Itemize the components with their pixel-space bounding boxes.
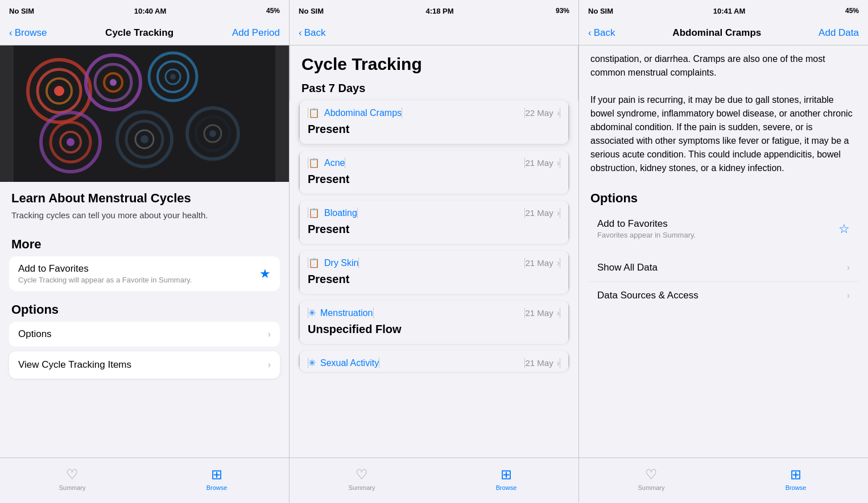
tracking-card-sexual-activity[interactable]: ✳ Sexual Activity 21 May › xyxy=(299,351,569,372)
tracking-date-dry-skin: 21 May › xyxy=(524,258,560,268)
grid-icon-2: ⊞ xyxy=(501,467,512,483)
options-section-3: Options xyxy=(579,182,868,210)
status-right-1: 45% xyxy=(266,7,280,15)
svg-point-4 xyxy=(54,86,64,96)
status-bar-2: No SIM 4:18 PM 93% xyxy=(290,0,578,20)
tracking-value-bloating: Present xyxy=(299,222,569,244)
options-list-3: Add to Favorites Favorites appear in Sum… xyxy=(588,210,859,247)
scroll-area-3: constipation, or diarrhea. Cramps are al… xyxy=(579,45,868,458)
tab-browse-2[interactable]: ⊞ Browse xyxy=(434,458,578,494)
scroll-area-1: Learn About Menstrual Cycles Tracking cy… xyxy=(0,45,289,458)
tracking-card-dry-skin[interactable]: 📋 Dry Skin 21 May › Present xyxy=(299,251,569,294)
date-text-acne: 21 May xyxy=(525,158,553,168)
tracking-card-acne[interactable]: 📋 Acne 21 May › Present xyxy=(299,151,569,194)
status-time-2: 4:18 PM xyxy=(425,7,453,15)
add-data-button[interactable]: Add Data xyxy=(819,27,859,39)
tab-browse-1[interactable]: ⊞ Browse xyxy=(144,458,289,494)
nav-bar-2: ‹ Back xyxy=(290,20,578,45)
date-text-dry-skin: 21 May xyxy=(525,258,553,268)
tab-browse-3[interactable]: ⊞ Browse xyxy=(724,458,868,494)
nav-bar-3: ‹ Back Abdominal Cramps Add Data xyxy=(579,20,868,45)
hero-image-1 xyxy=(0,45,289,182)
status-right-3: 45% xyxy=(845,7,859,15)
show-all-data-item[interactable]: Show All Data › xyxy=(588,254,859,282)
more-list-card: Add to Favorites Cycle Tracking will app… xyxy=(9,256,280,291)
more-section-header: More xyxy=(0,226,289,256)
add-favorites-item[interactable]: Add to Favorites Cycle Tracking will app… xyxy=(9,256,280,291)
options-chevron-icon: › xyxy=(268,329,271,339)
back-chevron-3: ‹ xyxy=(588,27,592,39)
star-filled-icon: ★ xyxy=(259,267,271,281)
tracking-card-bloating[interactable]: 📋 Bloating 21 May › Present xyxy=(299,201,569,244)
tab-summary-3[interactable]: ♡ Summary xyxy=(579,458,724,494)
description-text-2: If your pain is recurring, it may be due… xyxy=(579,86,868,182)
back-chevron-2: ‹ xyxy=(299,27,302,39)
svg-point-24 xyxy=(209,130,216,137)
tracking-card-menstruation[interactable]: ✳ Menstruation 21 May › Unspecified Flow xyxy=(299,301,569,344)
add-favorites-option[interactable]: Add to Favorites Favorites appear in Sum… xyxy=(588,210,859,247)
add-favorites-content-3: Add to Favorites Favorites appear in Sum… xyxy=(597,218,696,239)
tracking-value-menstruation: Unspecified Flow xyxy=(299,322,569,344)
clipboard-icon-abdominal: 📋 xyxy=(308,107,320,118)
status-no-sim-3: No SIM xyxy=(588,7,613,15)
back-button-3[interactable]: ‹ Back xyxy=(588,27,615,39)
heart-icon-3: ♡ xyxy=(645,467,658,483)
show-all-data-text: Show All Data xyxy=(597,262,658,273)
options-label: Options xyxy=(18,329,52,340)
status-no-sim-2: No SIM xyxy=(299,7,324,15)
panel-abdominal-cramps: No SIM 10:41 AM 45% ‹ Back Abdominal Cra… xyxy=(579,0,868,503)
options-section-header: Options xyxy=(0,291,289,322)
tracking-name-abdominal: 📋 Abdominal Cramps xyxy=(308,107,402,118)
data-sources-item[interactable]: Data Sources & Access › xyxy=(588,282,859,309)
scroll-area-2: Cycle Tracking Past 7 Days 📋 Abdominal C… xyxy=(290,45,578,458)
tracking-date-acne: 21 May › xyxy=(524,158,560,168)
tab-browse-label-3: Browse xyxy=(786,484,807,491)
tracking-date-menstruation: 21 May › xyxy=(524,308,560,318)
tracking-name-text-menstruation: Menstruation xyxy=(320,308,373,318)
tracking-name-sexual: ✳ Sexual Activity xyxy=(308,357,379,368)
chevron-abdominal-icon: › xyxy=(557,108,560,118)
tracking-card-abdominal[interactable]: 📋 Abdominal Cramps 22 May › Present xyxy=(299,101,569,144)
svg-point-8 xyxy=(110,79,117,86)
back-label-1: Browse xyxy=(15,27,47,39)
tab-summary-label-3: Summary xyxy=(638,484,664,491)
options-item[interactable]: Options › xyxy=(9,322,280,347)
svg-point-16 xyxy=(67,138,75,146)
star-outline-icon: ☆ xyxy=(838,222,850,236)
tracking-header-abdominal: 📋 Abdominal Cramps 22 May › xyxy=(299,101,569,122)
svg-point-20 xyxy=(140,135,148,143)
nav-bar-1: ‹ Browse Cycle Tracking Add Period xyxy=(0,20,289,45)
period-label: Past 7 Days xyxy=(290,77,578,101)
flower-icon-sexual: ✳ xyxy=(308,357,316,368)
view-cycle-items-card[interactable]: View Cycle Tracking Items › xyxy=(9,351,280,379)
tab-bar-2: ♡ Summary ⊞ Browse xyxy=(290,458,578,503)
data-sources-chevron-icon: › xyxy=(847,290,850,301)
status-bar-1: No SIM 10:40 AM 45% xyxy=(0,0,289,20)
data-sources-text: Data Sources & Access xyxy=(597,290,698,301)
tracking-value-acne: Present xyxy=(299,172,569,194)
tab-summary-1[interactable]: ♡ Summary xyxy=(0,458,144,494)
battery-1: 45% xyxy=(266,7,280,15)
tracking-name-text-acne: Acne xyxy=(324,158,345,168)
clipboard-icon-dry-skin: 📋 xyxy=(308,257,320,268)
nav-title-3: Abdominal Cramps xyxy=(672,27,761,39)
chevron-dry-skin-icon: › xyxy=(557,258,560,268)
show-all-card: Show All Data › Data Sources & Access › xyxy=(588,254,859,309)
add-period-button[interactable]: Add Period xyxy=(232,27,280,39)
view-cycle-items-label: View Cycle Tracking Items xyxy=(18,359,131,371)
view-cycle-items-chevron-icon: › xyxy=(268,360,271,370)
date-text-menstruation: 21 May xyxy=(525,308,553,318)
tracking-date-bloating: 21 May › xyxy=(524,208,560,218)
description-text-1: constipation, or diarrhea. Cramps are al… xyxy=(579,45,868,86)
tracking-value-abdominal: Present xyxy=(299,122,569,144)
tab-summary-2[interactable]: ♡ Summary xyxy=(290,458,434,494)
date-text-bloating: 21 May xyxy=(525,208,553,218)
grid-icon-1: ⊞ xyxy=(211,467,222,483)
flower-icon-menstruation: ✳ xyxy=(308,307,316,318)
back-button-1[interactable]: ‹ Browse xyxy=(9,27,47,39)
tracking-name-acne: 📋 Acne xyxy=(308,157,345,168)
back-label-2: Back xyxy=(304,27,326,39)
add-favorites-sub-3: Favorites appear in Summary. xyxy=(597,231,696,239)
back-chevron-1: ‹ xyxy=(9,27,13,39)
back-button-2[interactable]: ‹ Back xyxy=(299,27,325,39)
